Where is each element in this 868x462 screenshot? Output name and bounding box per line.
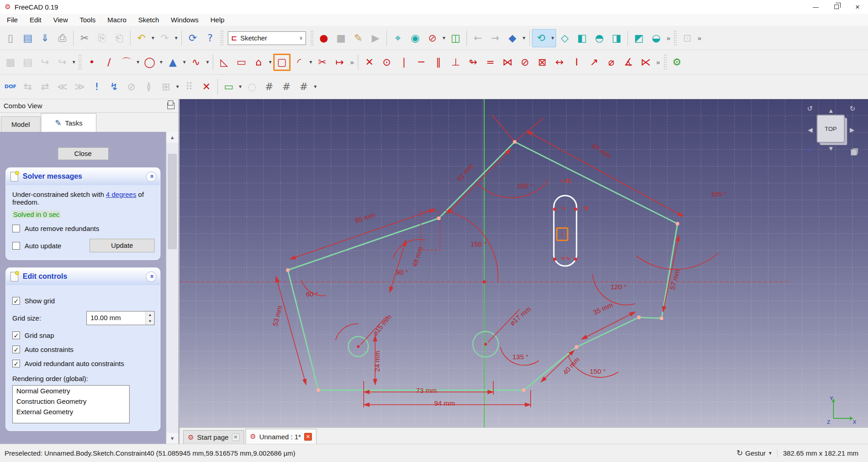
menu-file[interactable]: File [1, 14, 24, 26]
macro-record-icon[interactable]: ● [315, 30, 332, 47]
dimension-label[interactable]: = 41 [560, 177, 572, 184]
view-axonometric-icon[interactable]: ◇ [556, 30, 573, 47]
toolbar-drag-handle[interactable] [78, 54, 82, 70]
trim-edge-icon[interactable]: ✂ [314, 54, 331, 71]
dimension-label[interactable]: 24 mm [373, 351, 381, 372]
toggle-snap-icon[interactable]: # [278, 78, 295, 95]
internal-alignment-icon[interactable]: ⚙ [668, 54, 686, 71]
workbench-selector[interactable]: ⊏Sketcher∨ [228, 31, 306, 45]
create-slot-icon[interactable]: ▢ [273, 54, 291, 71]
draw-style-dropdown-icon[interactable]: ▼ [441, 35, 447, 40]
3d-viewport[interactable]: 61 mm87 mm105 °= 41105 °150 °48 mm90 °85… [180, 99, 868, 427]
view-front-icon[interactable]: ◧ [573, 30, 591, 47]
toolbar-drag-handle[interactable] [310, 30, 314, 46]
view-isometric-sphere-icon[interactable]: ◫ [447, 30, 464, 47]
macro-edit-icon[interactable]: ✎ [350, 30, 367, 47]
document-tab-start-page[interactable]: ⚙Start page✕ [183, 430, 244, 444]
constrain-angle-icon[interactable]: ∡ [620, 54, 637, 71]
nav-arrow-up-icon[interactable]: ▲ [828, 107, 834, 114]
grid-snap-checkbox[interactable]: ✓ [12, 331, 20, 339]
view-bottom-icon[interactable]: ◒ [647, 30, 665, 47]
constrain-vertical-icon[interactable]: ∣ [395, 54, 412, 71]
rectangular-array-icon[interactable]: ⠿ [181, 78, 198, 95]
dof-link[interactable]: 4 degrees [106, 191, 136, 198]
spin-up-icon[interactable]: ▲ [146, 311, 154, 318]
rotate-left-icon[interactable]: ↺ [807, 105, 813, 113]
close-tab-icon[interactable]: ✕ [232, 433, 240, 441]
sync-view-icon[interactable]: ⟲ [532, 30, 550, 47]
navcube-mini-cube-icon[interactable] [851, 149, 857, 156]
collapse-solver-button[interactable]: » [146, 171, 156, 182]
constrain-parallel-icon[interactable]: ∥ [430, 54, 447, 71]
tab-model[interactable]: Model [1, 116, 40, 132]
navigate-back-icon[interactable]: ← [469, 30, 487, 47]
menu-sketch[interactable]: Sketch [132, 14, 165, 26]
dimension-label[interactable]: 105 ° [517, 182, 533, 190]
create-circle-dropdown-icon[interactable]: ▼ [158, 60, 164, 65]
toolbar-overflow-button[interactable]: » [654, 58, 662, 66]
create-rectangle-icon[interactable]: ▭ [233, 54, 250, 71]
toolbar-drag-handle[interactable] [673, 30, 677, 46]
create-bspline-icon[interactable]: ∿ [187, 54, 205, 71]
menu-tools[interactable]: Tools [74, 14, 101, 26]
preselected-constraint-highlight[interactable]: ⋮ [556, 227, 568, 241]
open-file-icon[interactable]: ▤ [19, 30, 36, 47]
view-top-icon[interactable]: ◓ [591, 30, 608, 47]
minimize-button[interactable]: — [805, 0, 826, 14]
nav-arrow-left-icon[interactable]: ◀ [808, 126, 813, 133]
constrain-vertical-distance-icon[interactable]: Ⅰ [568, 54, 585, 71]
constrain-snells-law-icon[interactable]: ⋉ [637, 54, 654, 71]
select-associated-elements-icon[interactable]: ⇄ [36, 78, 54, 95]
grid-size-spinbox[interactable]: 10.00 mm ▲ ▼ [86, 311, 155, 325]
redo-dropdown-icon[interactable]: ▼ [173, 35, 179, 40]
view-home-dropdown-icon[interactable]: ▼ [521, 35, 527, 40]
dimension-label[interactable]: 90 ° [396, 268, 408, 276]
constrain-equal-icon[interactable]: = [482, 54, 499, 71]
constrain-symmetric-icon[interactable]: ⋈ [499, 54, 516, 71]
make-link-group-dropdown-icon[interactable]: ▼ [71, 60, 77, 65]
create-circle-icon[interactable]: ◯ [141, 54, 158, 71]
dimension-label[interactable]: 150 ° [590, 367, 606, 375]
show-hide-internal-geometry-icon[interactable]: ⊘ [123, 78, 140, 95]
toggle-grid-icon[interactable]: # [261, 78, 278, 95]
rendering-order-item[interactable]: Construction Geometry [13, 396, 129, 407]
avoid-redundant-auto-constraints-checkbox[interactable]: ✓ [12, 360, 20, 367]
constrain-distance-icon[interactable]: ↗ [585, 54, 602, 71]
spin-down-icon[interactable]: ▼ [146, 318, 154, 325]
restore-button[interactable] [826, 0, 847, 14]
create-conic-dropdown-icon[interactable]: ▼ [181, 60, 187, 65]
new-file-icon[interactable]: ▯ [2, 30, 19, 47]
rendering-order-item[interactable]: Normal Geometry [13, 386, 129, 396]
navigate-forward-icon[interactable]: → [487, 30, 504, 47]
toolbar-drag-handle[interactable] [220, 30, 224, 46]
toolbar-drag-handle[interactable] [663, 54, 667, 70]
dimension-label[interactable]: ∿ [562, 205, 567, 211]
make-group-icon[interactable]: ▤ [19, 54, 36, 71]
scroll-up-icon[interactable]: ▲ [166, 132, 178, 143]
create-fillet-icon[interactable]: ◜ [291, 54, 308, 71]
copy-icon[interactable]: ⎘ [93, 30, 110, 47]
macro-play-icon[interactable]: ▶ [367, 30, 384, 47]
dimension-label[interactable]: 60 ° [306, 290, 318, 298]
view-sketch-icon[interactable]: ⊡ [678, 30, 696, 47]
toolbar-overflow-button[interactable]: » [696, 34, 703, 42]
float-panel-icon[interactable] [167, 103, 175, 109]
dimension-label[interactable]: 73 mm [416, 387, 437, 394]
save-file-icon[interactable]: ⇓ [36, 30, 54, 47]
redo-icon[interactable]: ↷ [156, 30, 173, 47]
create-line-icon[interactable]: ∕ [100, 54, 118, 71]
navcube-top-face[interactable]: TOP [817, 115, 845, 143]
extend-edge-icon[interactable]: ↦ [331, 54, 348, 71]
close-window-button[interactable]: ✕ [847, 0, 868, 14]
rendering-order-list[interactable]: Normal GeometryConstruction GeometryExte… [12, 385, 130, 423]
menu-help[interactable]: Help [205, 14, 231, 26]
refresh-icon[interactable]: ⟳ [184, 30, 201, 47]
close-tab-icon[interactable]: ✕ [304, 433, 312, 441]
paste-icon[interactable]: ⎗ [110, 30, 128, 47]
view-fit-all-icon[interactable]: ⌖ [389, 30, 406, 47]
constrain-block-icon[interactable]: ⊘ [516, 54, 533, 71]
menu-macro[interactable]: Macro [101, 14, 132, 26]
create-conic-icon[interactable]: ▲ [164, 54, 181, 71]
collapse-edit-controls-button[interactable]: » [146, 271, 156, 282]
scrollbar-thumb[interactable] [168, 154, 177, 249]
